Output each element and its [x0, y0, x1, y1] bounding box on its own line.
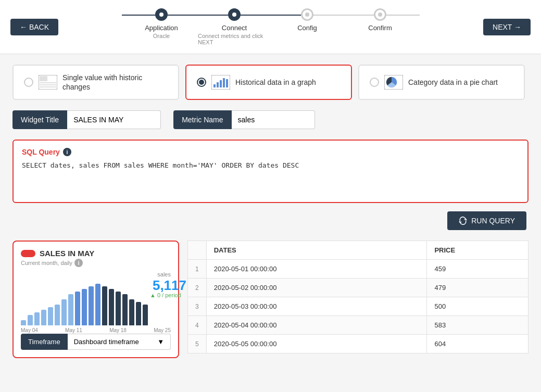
main-content: Single value with historic changes Histo…: [0, 54, 541, 392]
chart-value-change: ▲ 0 / period: [150, 292, 186, 298]
row-num: 5: [188, 335, 207, 353]
step-application: Application Oracle: [125, 8, 198, 39]
table-row: 5 2020-05-05 00:00:00 604: [188, 335, 529, 353]
svg-rect-1: [40, 76, 47, 81]
row-num: 2: [188, 279, 207, 297]
timeframe-row: Timeframe Dashboard timeframe ▼: [21, 334, 171, 350]
preview-subtitle: Current month, daily i: [21, 259, 171, 267]
row-num: 1: [188, 260, 207, 279]
sales-legend: sales: [21, 271, 171, 277]
single-value-label: Single value with historic changes: [62, 73, 168, 92]
historical-graph-label: Historical data in a graph: [235, 78, 316, 87]
row-date: 2020-05-02 00:00:00: [206, 279, 427, 297]
preview-chart-area: sales 5,117 ▲ 0 / period May 04 May 11 M…: [21, 271, 171, 328]
row-price: 500: [427, 297, 529, 316]
preview-info-icon: i: [74, 259, 83, 267]
bar-12: [102, 286, 107, 325]
bar-6: [61, 299, 67, 325]
row-num: 3: [188, 297, 207, 316]
single-value-icon: [39, 75, 57, 90]
radio-pie-chart[interactable]: [370, 78, 379, 87]
bar-5: [55, 305, 60, 325]
svg-rect-3: [40, 84, 56, 85]
bar-4: [48, 307, 53, 325]
widget-type-single-value[interactable]: Single value with historic changes: [12, 65, 179, 100]
refresh-icon: [459, 217, 467, 225]
bar-9: [82, 289, 87, 325]
pie-chart-icon: [384, 75, 403, 90]
form-fields-row: Widget Title Metric Name: [12, 110, 529, 129]
table-row: 3 2020-05-03 00:00:00 500: [188, 297, 529, 316]
timeframe-value: Dashboard timeframe: [74, 338, 139, 346]
header: ← BACK Application Oracle Connect Connec…: [0, 0, 541, 54]
table-scroll[interactable]: DATES PRICE 1 2020-05-01 00:00:00 459 2 …: [187, 241, 529, 353]
step-sub-connect: Connect metrics and click NEXT: [198, 33, 271, 45]
bar-10: [89, 286, 94, 325]
widget-type-historical-graph[interactable]: Historical data in a graph: [185, 65, 352, 100]
widget-title-label: Widget Title: [12, 110, 67, 129]
step-label-connect: Connect: [222, 24, 247, 32]
bar-1: [28, 315, 33, 325]
bar-7: [68, 294, 73, 325]
step-label-config: Config: [297, 24, 317, 32]
bar-0: [21, 320, 26, 325]
row-price: 583: [427, 316, 529, 335]
chart-x-labels: May 04 May 11 May 18 May 25: [21, 327, 171, 333]
data-table: DATES PRICE 1 2020-05-01 00:00:00 459 2 …: [187, 241, 529, 353]
metric-name-label: Metric Name: [173, 110, 231, 129]
metric-name-input[interactable]: [232, 110, 315, 129]
chart-bars: [21, 279, 148, 325]
run-query-button[interactable]: RUN QUERY: [447, 211, 526, 230]
info-icon: i: [63, 148, 71, 156]
bar-3: [41, 310, 46, 325]
row-price: 604: [427, 335, 529, 353]
step-label-confirm: Confirm: [368, 24, 392, 32]
bar-11: [95, 284, 100, 325]
historical-graph-icon: [211, 75, 230, 90]
col-rownum: [188, 241, 207, 260]
preview-oval-icon: [21, 250, 35, 257]
next-button[interactable]: NEXT →: [483, 19, 531, 35]
row-date: 2020-05-03 00:00:00: [206, 297, 427, 316]
step-sub-application: Oracle: [153, 33, 170, 39]
bar-13: [109, 289, 114, 325]
radio-single-value[interactable]: [24, 78, 33, 87]
stepper: Application Oracle Connect Connect metri…: [58, 8, 483, 45]
run-query-row: RUN QUERY: [12, 211, 529, 230]
svg-rect-9: [223, 78, 225, 87]
chevron-down-icon: ▼: [157, 338, 164, 346]
back-button[interactable]: ← BACK: [10, 19, 58, 35]
row-date: 2020-05-01 00:00:00: [206, 260, 427, 279]
table-row: 2 2020-05-02 00:00:00 479: [188, 279, 529, 297]
bar-2: [34, 312, 40, 325]
svg-rect-2: [40, 82, 56, 83]
step-config: Config: [271, 8, 344, 32]
sql-query-input[interactable]: SELECT dates, sales FROM sales WHERE mon…: [22, 161, 519, 193]
widget-preview: SALES IN MAY Current month, daily i sale…: [12, 241, 179, 358]
timeframe-select[interactable]: Dashboard timeframe ▼: [68, 334, 171, 350]
table-row: 4 2020-05-04 00:00:00 583: [188, 316, 529, 335]
step-circle-connect: [228, 8, 241, 21]
bar-18: [143, 305, 148, 325]
col-price: PRICE: [427, 241, 529, 260]
bar-17: [136, 302, 141, 325]
sql-query-section: SQL Query i SELECT dates, sales FROM sal…: [12, 140, 529, 203]
step-circle-config: [301, 8, 313, 21]
svg-rect-4: [40, 86, 56, 87]
widget-title-input[interactable]: [67, 110, 161, 129]
row-price: 459: [427, 260, 529, 279]
radio-historical-graph[interactable]: [197, 78, 206, 87]
timeframe-button[interactable]: Timeframe: [21, 334, 68, 350]
svg-rect-7: [217, 82, 219, 87]
step-circle-application: [155, 8, 168, 21]
pie-chart-label: Category data in a pie chart: [408, 78, 498, 87]
svg-rect-6: [213, 84, 216, 87]
widget-type-pie-chart[interactable]: Category data in a pie chart: [358, 65, 525, 100]
step-label-application: Application: [145, 24, 178, 32]
widget-type-selector: Single value with historic changes Histo…: [12, 65, 529, 100]
run-query-label: RUN QUERY: [471, 217, 515, 225]
preview-title: SALES IN MAY: [40, 249, 94, 258]
row-date: 2020-05-05 00:00:00: [206, 335, 427, 353]
step-connect: Connect Connect metrics and click NEXT: [198, 8, 271, 45]
svg-rect-8: [220, 80, 222, 87]
